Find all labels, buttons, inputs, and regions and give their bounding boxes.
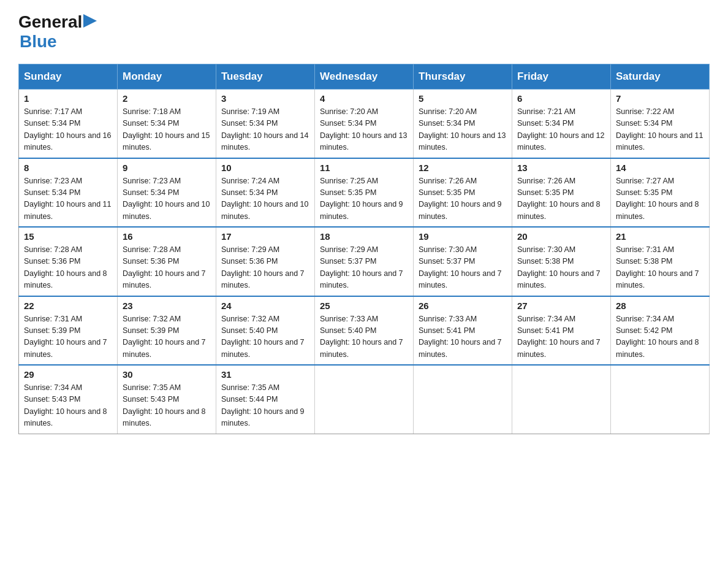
day-number: 16: [123, 231, 211, 242]
calendar-day-cell: 1 Sunrise: 7:17 AMSunset: 5:34 PMDayligh…: [19, 90, 118, 158]
calendar-day-cell: 15 Sunrise: 7:28 AMSunset: 5:36 PMDaylig…: [19, 227, 118, 296]
calendar-day-cell: 5 Sunrise: 7:20 AMSunset: 5:34 PMDayligh…: [414, 90, 512, 158]
day-number: 14: [616, 163, 704, 173]
day-info: Sunrise: 7:32 AMSunset: 5:40 PMDaylight:…: [221, 313, 309, 361]
day-info: Sunrise: 7:17 AMSunset: 5:34 PMDaylight:…: [24, 106, 112, 154]
calendar-day-cell: 26 Sunrise: 7:33 AMSunset: 5:41 PMDaylig…: [414, 296, 512, 366]
calendar-day-cell: 2 Sunrise: 7:18 AMSunset: 5:34 PMDayligh…: [118, 90, 216, 158]
day-number: 30: [123, 369, 211, 380]
day-info: Sunrise: 7:28 AMSunset: 5:36 PMDaylight:…: [123, 244, 211, 292]
day-info: Sunrise: 7:28 AMSunset: 5:36 PMDaylight:…: [24, 244, 112, 292]
day-number: 9: [123, 163, 211, 173]
calendar-day-cell: 12 Sunrise: 7:26 AMSunset: 5:35 PMDaylig…: [414, 158, 512, 228]
day-info: Sunrise: 7:23 AMSunset: 5:34 PMDaylight:…: [24, 175, 112, 223]
day-info: Sunrise: 7:27 AMSunset: 5:35 PMDaylight:…: [616, 175, 704, 223]
day-number: 17: [221, 231, 309, 242]
day-number: 10: [221, 163, 309, 173]
calendar-day-cell: 16 Sunrise: 7:28 AMSunset: 5:36 PMDaylig…: [118, 227, 216, 296]
day-number: 12: [419, 163, 507, 173]
day-number: 26: [419, 301, 507, 311]
calendar-day-cell: [512, 365, 611, 434]
calendar-week-row: 29 Sunrise: 7:34 AMSunset: 5:43 PMDaylig…: [19, 365, 710, 434]
day-info: Sunrise: 7:21 AMSunset: 5:34 PMDaylight:…: [517, 106, 605, 154]
calendar-day-cell: 6 Sunrise: 7:21 AMSunset: 5:34 PMDayligh…: [512, 90, 611, 158]
day-info: Sunrise: 7:26 AMSunset: 5:35 PMDaylight:…: [517, 175, 605, 223]
calendar-day-cell: 23 Sunrise: 7:32 AMSunset: 5:39 PMDaylig…: [118, 296, 216, 366]
calendar-day-cell: [315, 365, 414, 434]
calendar-day-cell: 17 Sunrise: 7:29 AMSunset: 5:36 PMDaylig…: [216, 227, 315, 296]
logo: General Blue: [18, 12, 97, 52]
day-info: Sunrise: 7:22 AMSunset: 5:34 PMDaylight:…: [616, 106, 704, 154]
calendar-day-cell: 4 Sunrise: 7:20 AMSunset: 5:34 PMDayligh…: [315, 90, 414, 158]
day-number: 11: [320, 163, 408, 173]
day-info: Sunrise: 7:32 AMSunset: 5:39 PMDaylight:…: [123, 313, 211, 361]
calendar-week-row: 22 Sunrise: 7:31 AMSunset: 5:39 PMDaylig…: [19, 296, 710, 366]
column-header-wednesday: Wednesday: [315, 64, 414, 90]
logo-triangle-icon: [83, 14, 97, 28]
logo-general-text: General: [18, 12, 82, 32]
day-number: 2: [123, 93, 211, 104]
calendar-day-cell: 10 Sunrise: 7:24 AMSunset: 5:34 PMDaylig…: [216, 158, 315, 228]
day-info: Sunrise: 7:31 AMSunset: 5:39 PMDaylight:…: [24, 313, 112, 361]
calendar-week-row: 8 Sunrise: 7:23 AMSunset: 5:34 PMDayligh…: [19, 158, 710, 228]
day-number: 24: [221, 301, 309, 311]
day-info: Sunrise: 7:24 AMSunset: 5:34 PMDaylight:…: [221, 175, 309, 223]
calendar-day-cell: 22 Sunrise: 7:31 AMSunset: 5:39 PMDaylig…: [19, 296, 118, 366]
day-number: 1: [24, 93, 112, 104]
calendar-day-cell: 30 Sunrise: 7:35 AMSunset: 5:43 PMDaylig…: [118, 365, 216, 434]
calendar-day-cell: 11 Sunrise: 7:25 AMSunset: 5:35 PMDaylig…: [315, 158, 414, 228]
day-info: Sunrise: 7:34 AMSunset: 5:43 PMDaylight:…: [24, 382, 112, 430]
calendar-day-cell: 21 Sunrise: 7:31 AMSunset: 5:38 PMDaylig…: [611, 227, 710, 296]
calendar-day-cell: [414, 365, 512, 434]
calendar-day-cell: 29 Sunrise: 7:34 AMSunset: 5:43 PMDaylig…: [19, 365, 118, 434]
day-number: 19: [419, 231, 507, 242]
day-number: 5: [419, 93, 507, 104]
day-number: 3: [221, 93, 309, 104]
day-info: Sunrise: 7:35 AMSunset: 5:44 PMDaylight:…: [221, 382, 309, 430]
day-info: Sunrise: 7:30 AMSunset: 5:37 PMDaylight:…: [419, 244, 507, 292]
calendar-week-row: 1 Sunrise: 7:17 AMSunset: 5:34 PMDayligh…: [19, 90, 710, 158]
calendar-day-cell: 13 Sunrise: 7:26 AMSunset: 5:35 PMDaylig…: [512, 158, 611, 228]
calendar-day-cell: 24 Sunrise: 7:32 AMSunset: 5:40 PMDaylig…: [216, 296, 315, 366]
day-info: Sunrise: 7:18 AMSunset: 5:34 PMDaylight:…: [123, 106, 211, 154]
day-number: 4: [320, 93, 408, 104]
day-info: Sunrise: 7:30 AMSunset: 5:38 PMDaylight:…: [517, 244, 605, 292]
day-info: Sunrise: 7:34 AMSunset: 5:42 PMDaylight:…: [616, 313, 704, 361]
column-header-sunday: Sunday: [19, 64, 118, 90]
calendar-day-cell: 9 Sunrise: 7:23 AMSunset: 5:34 PMDayligh…: [118, 158, 216, 228]
day-number: 21: [616, 231, 704, 242]
day-info: Sunrise: 7:19 AMSunset: 5:34 PMDaylight:…: [221, 106, 309, 154]
svg-marker-0: [83, 14, 97, 28]
calendar-day-cell: [611, 365, 710, 434]
calendar-day-cell: 19 Sunrise: 7:30 AMSunset: 5:37 PMDaylig…: [414, 227, 512, 296]
day-number: 29: [24, 369, 112, 380]
day-number: 7: [616, 93, 704, 104]
day-number: 13: [517, 163, 605, 173]
day-info: Sunrise: 7:31 AMSunset: 5:38 PMDaylight:…: [616, 244, 704, 292]
day-info: Sunrise: 7:33 AMSunset: 5:40 PMDaylight:…: [320, 313, 408, 361]
day-number: 18: [320, 231, 408, 242]
page-header: General Blue: [18, 12, 710, 52]
day-number: 15: [24, 231, 112, 242]
calendar-day-cell: 18 Sunrise: 7:29 AMSunset: 5:37 PMDaylig…: [315, 227, 414, 296]
day-number: 23: [123, 301, 211, 311]
day-number: 27: [517, 301, 605, 311]
day-number: 20: [517, 231, 605, 242]
calendar-day-cell: 25 Sunrise: 7:33 AMSunset: 5:40 PMDaylig…: [315, 296, 414, 366]
logo-blue-text: Blue: [20, 32, 57, 51]
day-info: Sunrise: 7:34 AMSunset: 5:41 PMDaylight:…: [517, 313, 605, 361]
day-number: 6: [517, 93, 605, 104]
calendar-header-row: SundayMondayTuesdayWednesdayThursdayFrid…: [19, 64, 710, 90]
day-number: 8: [24, 163, 112, 173]
calendar-table: SundayMondayTuesdayWednesdayThursdayFrid…: [18, 64, 710, 434]
calendar-day-cell: 20 Sunrise: 7:30 AMSunset: 5:38 PMDaylig…: [512, 227, 611, 296]
day-info: Sunrise: 7:33 AMSunset: 5:41 PMDaylight:…: [419, 313, 507, 361]
day-info: Sunrise: 7:29 AMSunset: 5:37 PMDaylight:…: [320, 244, 408, 292]
day-info: Sunrise: 7:23 AMSunset: 5:34 PMDaylight:…: [123, 175, 211, 223]
column-header-monday: Monday: [118, 64, 216, 90]
day-info: Sunrise: 7:20 AMSunset: 5:34 PMDaylight:…: [419, 106, 507, 154]
calendar-week-row: 15 Sunrise: 7:28 AMSunset: 5:36 PMDaylig…: [19, 227, 710, 296]
calendar-day-cell: 27 Sunrise: 7:34 AMSunset: 5:41 PMDaylig…: [512, 296, 611, 366]
column-header-thursday: Thursday: [414, 64, 512, 90]
day-number: 28: [616, 301, 704, 311]
